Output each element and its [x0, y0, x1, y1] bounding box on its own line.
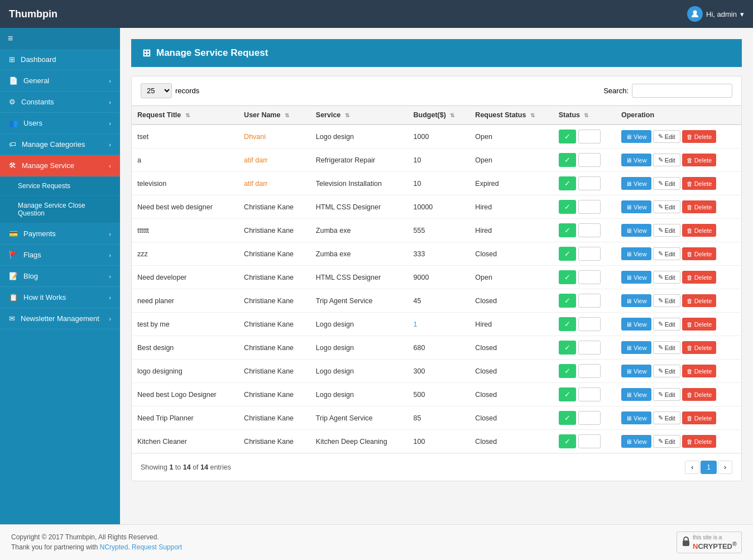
- user-menu[interactable]: Hi, admin ▾: [687, 6, 744, 22]
- sidebar-item-flags[interactable]: 🚩 Flags ›: [0, 245, 120, 266]
- edit-button[interactable]: ✎ Edit: [653, 435, 680, 448]
- view-button[interactable]: 🖥 View: [621, 130, 651, 143]
- view-button[interactable]: 🖥 View: [621, 177, 651, 190]
- view-button[interactable]: 🖥 View: [621, 411, 651, 424]
- status-toggle-input[interactable]: [578, 247, 601, 261]
- edit-button[interactable]: ✎ Edit: [653, 365, 680, 377]
- sidebar-item-constants[interactable]: ⚙ Constants ›: [0, 92, 120, 113]
- edit-button[interactable]: ✎ Edit: [653, 318, 680, 331]
- delete-button[interactable]: 🗑 Delete: [682, 341, 717, 354]
- delete-button[interactable]: 🗑 Delete: [682, 177, 717, 190]
- view-button[interactable]: 🖥 View: [621, 294, 651, 307]
- delete-button[interactable]: 🗑 Delete: [682, 411, 717, 424]
- status-toggle-input[interactable]: [578, 294, 601, 308]
- edit-button[interactable]: ✎ Edit: [653, 130, 680, 143]
- status-toggle-button[interactable]: ✓: [559, 387, 576, 401]
- col-user-name[interactable]: User Name ⇅: [238, 106, 310, 125]
- prev-page-button[interactable]: ‹: [685, 461, 699, 474]
- delete-button[interactable]: 🗑 Delete: [682, 271, 717, 284]
- status-toggle-input[interactable]: [578, 387, 601, 401]
- delete-button[interactable]: 🗑 Delete: [682, 130, 717, 143]
- sidebar-item-payments[interactable]: 💳 Payments ›: [0, 223, 120, 245]
- sidebar-item-manage-service[interactable]: 🛠 Manage Service ‹: [0, 155, 120, 176]
- ncrypted-link[interactable]: NCrypted: [100, 543, 128, 551]
- sidebar-item-dashboard[interactable]: ⊞ Dashboard: [0, 49, 120, 70]
- col-budget[interactable]: Budget($) ⇅: [408, 106, 470, 125]
- view-button[interactable]: 🖥 View: [621, 200, 651, 213]
- delete-button[interactable]: 🗑 Delete: [682, 154, 717, 166]
- user-name-link[interactable]: atif darr: [244, 156, 267, 164]
- sidebar-item-newsletter[interactable]: ✉ Newsletter Management ›: [0, 308, 120, 329]
- sidebar-toggle[interactable]: ≡: [0, 28, 120, 49]
- status-toggle-button[interactable]: ✓: [559, 176, 576, 190]
- view-button[interactable]: 🖥 View: [621, 224, 651, 237]
- page-1-button[interactable]: 1: [701, 461, 717, 474]
- status-toggle-button[interactable]: ✓: [559, 411, 576, 425]
- edit-button[interactable]: ✎ Edit: [653, 200, 680, 213]
- edit-button[interactable]: ✎ Edit: [653, 177, 680, 190]
- edit-button[interactable]: ✎ Edit: [653, 294, 680, 307]
- edit-button[interactable]: ✎ Edit: [653, 388, 680, 401]
- user-name-link[interactable]: Dhvani: [244, 133, 266, 141]
- edit-button[interactable]: ✎ Edit: [653, 271, 680, 284]
- status-toggle-input[interactable]: [578, 223, 601, 237]
- view-button[interactable]: 🖥 View: [621, 318, 651, 331]
- sidebar-item-general[interactable]: 📄 General ›: [0, 70, 120, 92]
- user-name-link[interactable]: atif darr: [244, 180, 267, 188]
- edit-button[interactable]: ✎ Edit: [653, 411, 680, 424]
- delete-button[interactable]: 🗑 Delete: [682, 435, 717, 448]
- delete-button[interactable]: 🗑 Delete: [682, 247, 717, 260]
- next-page-button[interactable]: ›: [718, 461, 732, 474]
- view-button[interactable]: 🖥 View: [621, 388, 651, 401]
- delete-button[interactable]: 🗑 Delete: [682, 365, 717, 377]
- delete-button[interactable]: 🗑 Delete: [682, 200, 717, 213]
- status-toggle-input[interactable]: [578, 270, 601, 284]
- status-toggle-button[interactable]: ✓: [559, 247, 576, 261]
- delete-button[interactable]: 🗑 Delete: [682, 294, 717, 307]
- status-toggle-input[interactable]: [578, 434, 601, 448]
- budget-link[interactable]: 1: [414, 320, 418, 328]
- col-request-status[interactable]: Request Status ⇅: [469, 106, 553, 125]
- delete-button[interactable]: 🗑 Delete: [682, 318, 717, 331]
- col-request-title[interactable]: Request Title ⇅: [132, 106, 238, 125]
- search-input[interactable]: [632, 84, 732, 98]
- status-toggle-input[interactable]: [578, 200, 601, 214]
- edit-button[interactable]: ✎ Edit: [653, 247, 680, 260]
- view-button[interactable]: 🖥 View: [621, 365, 651, 377]
- status-toggle-button[interactable]: ✓: [559, 270, 576, 284]
- status-toggle-button[interactable]: ✓: [559, 317, 576, 331]
- sidebar-subitem-service-requests[interactable]: Service Requests: [0, 176, 120, 196]
- view-button[interactable]: 🖥 View: [621, 154, 651, 166]
- status-toggle-input[interactable]: [578, 341, 601, 355]
- sidebar-item-blog[interactable]: 📝 Blog ›: [0, 266, 120, 287]
- records-per-page-select[interactable]: 10 25 50 100: [141, 83, 172, 98]
- sidebar-item-manage-categories[interactable]: 🏷 Manage Categories ›: [0, 134, 120, 155]
- delete-button[interactable]: 🗑 Delete: [682, 388, 717, 401]
- status-toggle-button[interactable]: ✓: [559, 364, 576, 378]
- status-toggle-button[interactable]: ✓: [559, 341, 576, 355]
- col-service[interactable]: Service ⇅: [310, 106, 408, 125]
- sidebar-subitem-close-question[interactable]: Manage Service Close Question: [0, 196, 120, 223]
- status-toggle-input[interactable]: [578, 317, 601, 331]
- edit-button[interactable]: ✎ Edit: [653, 154, 680, 166]
- sidebar-item-how-it-works[interactable]: 📋 How it Works ›: [0, 287, 120, 308]
- view-button[interactable]: 🖥 View: [621, 271, 651, 284]
- status-toggle-button[interactable]: ✓: [559, 223, 576, 237]
- status-toggle-input[interactable]: [578, 176, 601, 190]
- status-toggle-button[interactable]: ✓: [559, 294, 576, 308]
- edit-button[interactable]: ✎ Edit: [653, 224, 680, 237]
- sidebar-item-users[interactable]: 👥 Users ›: [0, 113, 120, 134]
- support-link[interactable]: Request Support: [132, 543, 182, 551]
- delete-button[interactable]: 🗑 Delete: [682, 224, 717, 237]
- status-toggle-input[interactable]: [578, 130, 601, 143]
- col-status[interactable]: Status ⇅: [553, 106, 616, 125]
- status-toggle-input[interactable]: [578, 153, 601, 167]
- status-toggle-button[interactable]: ✓: [559, 130, 576, 143]
- view-button[interactable]: 🖥 View: [621, 247, 651, 260]
- status-toggle-input[interactable]: [578, 411, 601, 425]
- status-toggle-button[interactable]: ✓: [559, 434, 576, 448]
- status-toggle-button[interactable]: ✓: [559, 153, 576, 167]
- view-button[interactable]: 🖥 View: [621, 341, 651, 354]
- status-toggle-input[interactable]: [578, 364, 601, 378]
- status-toggle-button[interactable]: ✓: [559, 200, 576, 214]
